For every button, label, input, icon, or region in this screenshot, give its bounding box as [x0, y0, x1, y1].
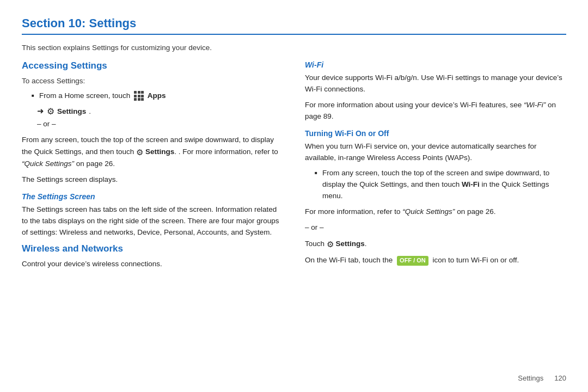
right-column: Wi-Fi Your device supports Wi-Fi a/b/g/n…	[305, 60, 566, 274]
settings-screen-heading: The Settings Screen	[22, 192, 283, 201]
settings-screen-section: The Settings Screen The Settings screen …	[22, 192, 283, 238]
turning-wifi-bullet: From any screen, touch the top of the sc…	[315, 168, 566, 202]
turning-wifi-para1: When you turn Wi-Fi service on, your dev…	[305, 141, 566, 164]
turning-wifi-para2: For more information, refer to “Quick Se…	[305, 206, 566, 218]
turning-wifi-heading: Turning Wi-Fi On or Off	[305, 129, 566, 138]
footer: Settings 120	[518, 374, 566, 382]
footer-label: Settings	[518, 374, 543, 382]
settings-screen-para: The Settings screen has tabs on the left…	[22, 204, 283, 238]
bullet-apps: From a Home screen, touch Apps	[32, 90, 283, 102]
touch-settings-line: Touch ⚙ Settings.	[305, 238, 566, 250]
wifi-para2: For more information about using your de…	[305, 100, 566, 122]
wifi-toggle-para: On the Wi-Fi tab, touch the OFF / ON ico…	[305, 255, 566, 266]
intro-text: This section explains Settings for custo…	[22, 42, 566, 54]
gear-icon-settings: ⚙	[47, 106, 54, 117]
title-rule	[22, 34, 566, 35]
footer-page: 120	[554, 374, 566, 382]
gear-icon-inline: ⚙	[136, 148, 143, 157]
turning-wifi-section: Turning Wi-Fi On or Off When you turn Wi…	[305, 129, 566, 267]
accessing-settings-heading: Accessing Settings	[22, 60, 283, 71]
or-line-2: – or –	[305, 222, 566, 234]
gear-icon-touch: ⚙	[327, 240, 334, 249]
wireless-heading: Wireless and Networks	[22, 243, 283, 254]
left-column: Accessing Settings To access Settings: F…	[22, 60, 283, 274]
or-line-1: – or –	[37, 119, 283, 130]
settings-screen-displays: The Settings screen displays.	[22, 174, 283, 186]
wireless-para: Control your device’s wireless connectio…	[22, 259, 283, 270]
from-any-screen-para: From any screen, touch the top of the sc…	[22, 134, 283, 170]
accessing-settings-list: From a Home screen, touch Apps	[32, 90, 283, 102]
grid-icon	[134, 91, 144, 101]
settings-arrow-line: ➜ ⚙ Settings.	[37, 106, 283, 117]
page-title: Section 10: Settings	[22, 16, 566, 30]
wireless-section: Wireless and Networks Control your devic…	[22, 243, 283, 270]
turning-wifi-list: From any screen, touch the top of the sc…	[315, 168, 566, 202]
wifi-para1: Your device supports Wi-Fi a/b/g/n. Use …	[305, 72, 566, 95]
toggle-badge: OFF / ON	[397, 256, 428, 266]
two-column-layout: Accessing Settings To access Settings: F…	[22, 60, 566, 274]
wifi-heading: Wi-Fi	[305, 60, 566, 69]
to-access-label: To access Settings:	[22, 76, 283, 87]
